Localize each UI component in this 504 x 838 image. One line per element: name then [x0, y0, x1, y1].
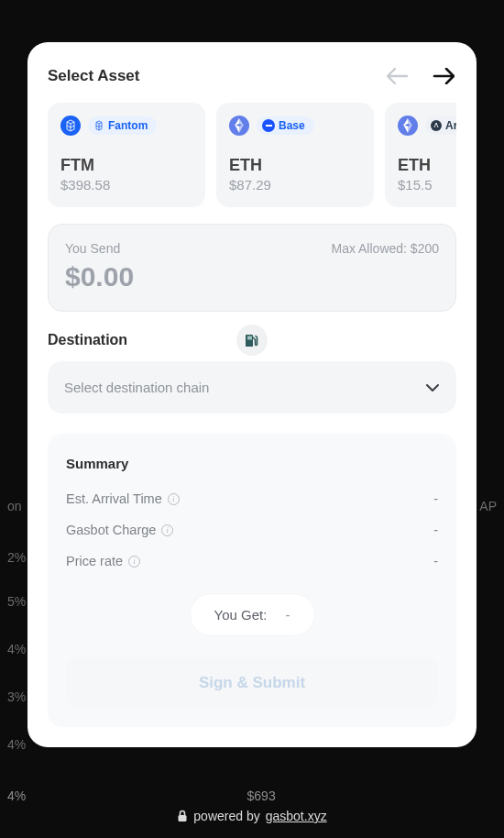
you-get-pill: You Get: -: [191, 594, 314, 635]
destination-title: Destination: [48, 332, 127, 348]
destination-placeholder: Select destination chain: [64, 380, 209, 395]
summary-value: -: [433, 523, 438, 537]
chain-pill: Base: [257, 116, 314, 135]
bg-row: 4%$693: [0, 788, 504, 803]
asset-symbol: ETH: [229, 156, 361, 175]
asset-value: $15.5: [398, 177, 456, 193]
send-amount-input[interactable]: $0.00: [65, 261, 439, 292]
summary-line-charge: Gasbot Charge i -: [66, 523, 438, 537]
fantom-chain-icon: [60, 116, 81, 136]
info-icon[interactable]: i: [168, 493, 180, 505]
chain-name: Base: [279, 119, 305, 132]
send-top-row: You Send Max Allowed: $200: [65, 241, 439, 256]
info-icon[interactable]: i: [161, 524, 173, 536]
svg-rect-5: [179, 815, 187, 821]
lock-icon: [177, 810, 188, 822]
summary-label: Est. Arrival Time: [66, 491, 162, 506]
arrow-left-icon: [387, 68, 411, 84]
ethereum-icon: [398, 116, 418, 136]
info-icon[interactable]: i: [128, 556, 140, 568]
asset-card-eth-arbitrum[interactable]: Arb ETH $15.5: [385, 103, 456, 207]
prev-button[interactable]: [385, 66, 412, 86]
footer: powered by gasbot.xyz: [0, 809, 504, 823]
you-send-label: You Send: [65, 241, 120, 256]
asset-card-ftm-fantom[interactable]: Fantom FTM $398.58: [48, 103, 205, 207]
footer-prefix: powered by: [193, 809, 259, 823]
next-button[interactable]: [429, 66, 456, 86]
asset-value: $87.29: [229, 177, 361, 193]
chevron-down-icon: [425, 383, 440, 392]
asset-value: $398.58: [60, 177, 192, 193]
gasbot-modal: Select Asset Fantom FTM $398.58: [27, 42, 477, 747]
summary-line-arrival: Est. Arrival Time i -: [66, 491, 438, 506]
gas-pump-icon: [244, 332, 260, 348]
summary-title: Summary: [66, 456, 438, 471]
chain-row: Fantom: [60, 116, 192, 136]
chain-row: Arb: [398, 116, 456, 136]
asset-card-eth-base[interactable]: Base ETH $87.29: [216, 103, 374, 207]
base-chain-icon: [262, 119, 275, 132]
arrow-right-icon: [431, 68, 455, 84]
destination-header: Destination: [48, 332, 456, 348]
ethereum-icon: [229, 116, 249, 136]
summary-value: -: [433, 554, 438, 568]
asset-symbol: FTM: [60, 156, 192, 175]
you-get-label: You Get:: [214, 607, 268, 623]
page-title: Select Asset: [48, 67, 139, 85]
summary-line-rate: Price rate i -: [66, 554, 438, 568]
summary-box: Summary Est. Arrival Time i - Gasbot Cha…: [48, 434, 456, 727]
chain-name: Arb: [445, 119, 456, 132]
asset-list: Fantom FTM $398.58 Base ETH $87.29: [48, 103, 456, 207]
footer-link[interactable]: gasbot.xyz: [266, 809, 327, 823]
you-send-box[interactable]: You Send Max Allowed: $200 $0.00: [48, 224, 456, 312]
gas-pump-badge: [236, 325, 268, 356]
fantom-mini-icon: [93, 120, 104, 131]
asset-symbol: ETH: [398, 156, 456, 175]
destination-select[interactable]: Select destination chain: [48, 361, 456, 413]
modal-header: Select Asset: [48, 66, 456, 86]
arbitrum-chain-icon: [431, 120, 442, 131]
chain-name: Fantom: [108, 119, 148, 132]
svg-rect-4: [247, 336, 252, 340]
you-get-value: -: [286, 607, 290, 623]
chain-pill: Arb: [425, 116, 456, 135]
nav-arrows: [385, 66, 456, 86]
chain-row: Base: [229, 116, 361, 136]
sign-submit-button[interactable]: Sign & Submit: [66, 657, 438, 709]
summary-label: Gasbot Charge: [66, 523, 156, 537]
summary-label: Price rate: [66, 554, 123, 568]
summary-value: -: [433, 491, 438, 506]
chain-pill: Fantom: [88, 116, 157, 135]
max-allowed-label: Max Allowed: $200: [331, 241, 439, 256]
